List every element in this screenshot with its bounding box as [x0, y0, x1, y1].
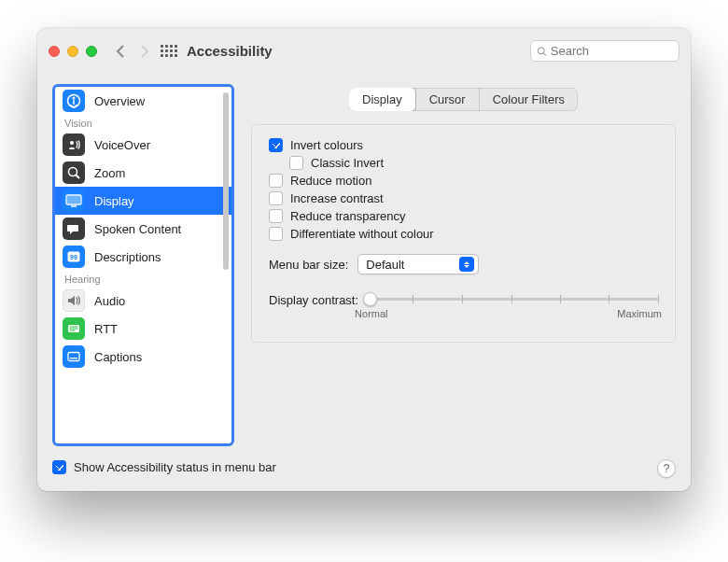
display-contrast-row: Display contrast: Normal Maximum: [269, 291, 658, 321]
sidebar-item-voiceover[interactable]: VoiceOver: [55, 131, 231, 159]
tab-bar: Display Cursor Colour Filters: [349, 88, 578, 111]
checkbox-label: Differentiate without colour: [290, 227, 434, 241]
sidebar-item-label: Audio: [94, 294, 125, 308]
svg-line-6: [77, 176, 80, 179]
sidebar-item-display[interactable]: Display: [55, 187, 231, 215]
checkbox-reduce-transparency[interactable]: Reduce transparency: [269, 209, 658, 223]
body: Overview Vision VoiceOver Zoom: [37, 75, 691, 454]
forward-button[interactable]: [133, 40, 155, 63]
voiceover-icon: [63, 133, 85, 156]
sidebar-item-overview[interactable]: Overview: [55, 87, 231, 115]
show-all-icon[interactable]: [161, 45, 177, 57]
sidebar-scrollbar[interactable]: [223, 92, 229, 270]
checkbox-icon[interactable]: [269, 174, 283, 188]
tab-colour-filters[interactable]: Colour Filters: [479, 88, 578, 111]
footer: Show Accessibility status in menu bar ?: [37, 454, 691, 491]
chevron-updown-icon: [459, 257, 474, 272]
toolbar: Accessibility: [37, 28, 691, 75]
sidebar-item-label: Overview: [94, 94, 145, 108]
svg-point-4: [70, 141, 74, 145]
checkbox-show-status-menubar[interactable]: Show Accessibility status in menu bar: [52, 460, 276, 474]
checkbox-invert-colours[interactable]: Invert colours: [269, 138, 658, 152]
svg-line-1: [543, 53, 546, 56]
sidebar-group-vision: Vision: [55, 115, 231, 131]
display-contrast-slider[interactable]: Normal Maximum: [364, 291, 658, 321]
svg-rect-15: [70, 330, 76, 331]
search-input[interactable]: [551, 44, 673, 58]
display-contrast-label: Display contrast:: [269, 291, 358, 307]
checkbox-icon[interactable]: [289, 156, 303, 170]
slider-max-label: Maximum: [617, 308, 662, 319]
close-icon[interactable]: [49, 46, 60, 57]
minimize-icon[interactable]: [67, 46, 78, 57]
help-button[interactable]: ?: [657, 459, 676, 478]
sidebar-item-label: Captions: [94, 350, 142, 364]
tab-display[interactable]: Display: [349, 88, 415, 111]
svg-point-5: [69, 168, 77, 176]
menu-bar-size-value: Default: [366, 258, 404, 272]
back-button[interactable]: [110, 40, 133, 63]
svg-rect-17: [70, 358, 77, 358]
svg-rect-16: [68, 353, 79, 361]
rtt-icon: [63, 317, 85, 340]
audio-icon: [63, 289, 85, 312]
sidebar-item-label: Display: [94, 194, 134, 208]
display-panel: Invert colours Classic Invert Reduce mot…: [251, 124, 676, 343]
sidebar-item-spoken-content[interactable]: Spoken Content: [55, 215, 231, 243]
checkbox-increase-contrast[interactable]: Increase contrast: [269, 191, 658, 205]
svg-point-3: [73, 97, 76, 100]
display-icon: [63, 190, 85, 212]
captions-icon: [63, 345, 85, 368]
checkbox-reduce-motion[interactable]: Reduce motion: [269, 174, 658, 188]
sidebar-item-zoom[interactable]: Zoom: [55, 159, 231, 187]
content: Display Cursor Colour Filters Invert col…: [251, 84, 676, 446]
checkbox-label: Reduce transparency: [290, 209, 406, 223]
checkbox-classic-invert[interactable]: Classic Invert: [269, 156, 658, 170]
checkbox-icon[interactable]: [52, 460, 66, 474]
svg-rect-14: [70, 329, 78, 330]
checkbox-icon[interactable]: [269, 209, 283, 223]
window-title: Accessibility: [187, 43, 273, 59]
sidebar-item-rtt[interactable]: RTT: [55, 315, 231, 343]
overview-icon: [63, 90, 85, 112]
checkbox-label: Invert colours: [290, 138, 363, 152]
sidebar-group-hearing: Hearing: [55, 271, 231, 287]
search-icon: [537, 46, 547, 57]
sidebar-item-label: Spoken Content: [94, 222, 181, 236]
sidebar-item-descriptions[interactable]: 99 Descriptions: [55, 243, 231, 271]
slider-knob[interactable]: [363, 292, 377, 306]
sidebar-item-label: VoiceOver: [94, 138, 150, 152]
sidebar-item-label: Descriptions: [94, 250, 161, 264]
sidebar-list[interactable]: Overview Vision VoiceOver Zoom: [55, 87, 231, 443]
traffic-lights: [49, 46, 97, 57]
checkbox-icon[interactable]: [269, 138, 283, 152]
menu-bar-size-label: Menu bar size:: [269, 258, 348, 272]
tab-cursor[interactable]: Cursor: [415, 88, 479, 111]
checkbox-label: Increase contrast: [290, 191, 384, 205]
checkbox-label: Classic Invert: [311, 156, 384, 170]
svg-text:99: 99: [70, 254, 77, 260]
slider-min-label: Normal: [355, 308, 387, 319]
sidebar-item-captions[interactable]: Captions: [55, 343, 231, 371]
descriptions-icon: 99: [63, 246, 85, 268]
spoken-content-icon: [63, 218, 85, 240]
checkbox-icon[interactable]: [269, 191, 283, 205]
checkbox-label: Show Accessibility status in menu bar: [74, 460, 276, 474]
checkbox-label: Reduce motion: [290, 174, 371, 188]
svg-rect-8: [67, 196, 80, 204]
sidebar: Overview Vision VoiceOver Zoom: [52, 84, 234, 446]
menu-bar-size-select[interactable]: Default: [357, 254, 479, 274]
svg-rect-13: [70, 327, 78, 328]
sidebar-item-label: Zoom: [94, 166, 125, 180]
maximize-icon[interactable]: [86, 46, 97, 57]
sidebar-item-label: RTT: [94, 322, 118, 336]
checkbox-icon[interactable]: [269, 227, 283, 241]
sidebar-item-audio[interactable]: Audio: [55, 287, 231, 315]
prefs-window: Accessibility Overview Vision: [37, 28, 691, 491]
checkbox-differentiate-without-colour[interactable]: Differentiate without colour: [269, 227, 658, 241]
zoom-icon: [63, 162, 85, 184]
search-field[interactable]: [530, 40, 679, 62]
menu-bar-size-row: Menu bar size: Default: [269, 254, 658, 274]
svg-point-0: [538, 47, 544, 53]
